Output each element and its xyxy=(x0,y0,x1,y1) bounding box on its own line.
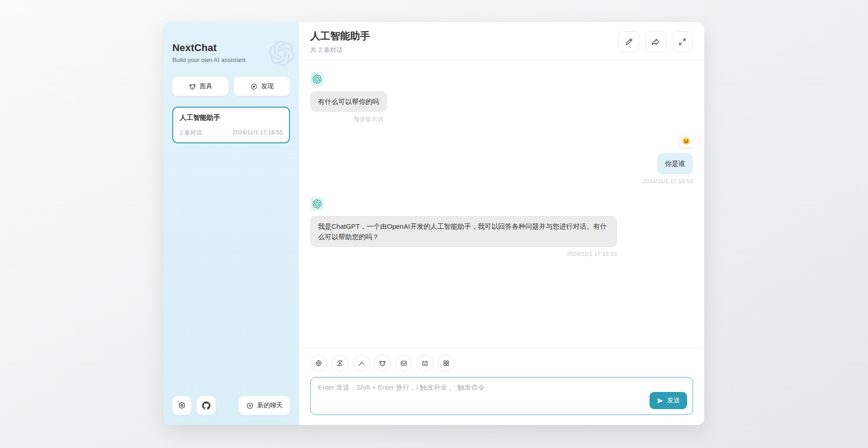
auto-theme-icon xyxy=(336,359,344,367)
paper-plane-icon xyxy=(657,397,664,404)
masks-toolbar-button[interactable] xyxy=(374,355,391,372)
send-button-label: 发送 xyxy=(667,396,680,405)
assistant-avatar xyxy=(310,197,324,211)
fullscreen-icon xyxy=(678,38,687,46)
chat-title: 人工智能助手 xyxy=(310,29,370,43)
assistant-bubble[interactable]: 我是ChatGPT，一个由OpenAI开发的人工智能助手，我可以回答各种问题并与… xyxy=(310,216,617,247)
rename-button[interactable] xyxy=(618,31,640,52)
discover-button[interactable]: 发现 xyxy=(234,77,290,96)
new-chat-button-label: 新的聊天 xyxy=(257,401,283,410)
assistant-message-wrap: 有什么可以帮你的吗 预设提示词 xyxy=(310,91,387,123)
chat-header-text: 人工智能助手 共 2 条对话 xyxy=(310,29,370,54)
sidebar-footer-left xyxy=(172,396,216,415)
user-message-time: 2024/11/1 17:18:53 xyxy=(643,178,693,184)
clear-context-icon xyxy=(400,359,408,367)
smiley-emoji-icon xyxy=(682,137,691,146)
grid-icon xyxy=(442,359,450,367)
user-avatar xyxy=(679,134,693,148)
sidebar: NextChat Build your own AI assistant. 面具 xyxy=(163,22,299,425)
shortcuts-button[interactable] xyxy=(438,355,455,372)
robot-icon xyxy=(421,359,429,367)
chat-item-title: 人工智能助手 xyxy=(180,113,283,122)
user-message: 你是谁 2024/11/1 17:18:53 xyxy=(310,134,693,184)
prompts-button[interactable] xyxy=(353,355,370,372)
masks-button-label: 面具 xyxy=(200,82,213,90)
chat-item-info: 2 条对话 2024/11/1 17:18:55 xyxy=(180,129,283,137)
github-icon xyxy=(202,401,210,410)
user-message-wrap: 你是谁 2024/11/1 17:18:53 xyxy=(643,153,693,184)
settings-button[interactable] xyxy=(172,396,191,415)
assistant-avatar xyxy=(310,72,324,86)
edit-pencil-icon xyxy=(625,38,633,46)
assistant-message-wrap: 我是ChatGPT，一个由OpenAI开发的人工智能助手，我可以回答各种问题并与… xyxy=(310,216,617,258)
settings-icon xyxy=(178,401,186,410)
theme-toggle-button[interactable] xyxy=(332,355,348,372)
chat-item-count: 2 条对话 xyxy=(180,129,202,137)
chat-main: 人工智能助手 共 2 条对话 xyxy=(299,22,704,425)
mask-icon xyxy=(189,83,196,90)
magic-wand-icon xyxy=(357,359,365,367)
chat-settings-button[interactable] xyxy=(310,355,327,372)
sidebar-footer: 新的聊天 xyxy=(172,396,290,415)
chat-list: 人工智能助手 2 条对话 2024/11/1 17:18:55 xyxy=(172,107,290,143)
fullscreen-button[interactable] xyxy=(672,31,693,52)
assistant-message-time: 2024/11/1 17:18:53 xyxy=(567,250,617,257)
chat-input[interactable] xyxy=(310,377,693,415)
chat-subtitle: 共 2 条对话 xyxy=(310,46,370,54)
openai-logo-icon xyxy=(313,199,322,208)
chat-header-actions xyxy=(618,31,693,52)
model-select-button[interactable] xyxy=(417,355,433,372)
openai-logo-watermark-icon xyxy=(269,41,294,66)
circle-plus-icon xyxy=(246,402,254,410)
discover-button-label: 发现 xyxy=(261,82,274,90)
new-chat-button[interactable]: 新的聊天 xyxy=(239,396,290,415)
github-button[interactable] xyxy=(197,396,216,415)
chat-item-time: 2024/11/1 17:18:55 xyxy=(232,129,283,137)
share-icon xyxy=(651,38,660,46)
sidebar-actions: 面具 发现 xyxy=(172,77,290,96)
mask-icon xyxy=(379,359,386,367)
compass-icon xyxy=(250,83,258,90)
chat-body: 有什么可以帮你的吗 预设提示词 xyxy=(299,61,704,348)
masks-button[interactable]: 面具 xyxy=(172,77,228,96)
chat-list-item-selected[interactable]: 人工智能助手 2 条对话 2024/11/1 17:18:55 xyxy=(172,107,290,143)
openai-logo-icon xyxy=(313,75,322,84)
preset-prompt-hint[interactable]: 预设提示词 xyxy=(354,115,387,123)
assistant-message: 我是ChatGPT，一个由OpenAI开发的人工智能助手，我可以回答各种问题并与… xyxy=(310,197,693,258)
send-button[interactable]: 发送 xyxy=(650,392,687,409)
app-window: NextChat Build your own AI assistant. 面具 xyxy=(163,22,704,425)
share-button[interactable] xyxy=(645,31,666,52)
input-panel: 发送 xyxy=(299,348,704,425)
user-bubble[interactable]: 你是谁 xyxy=(657,153,693,174)
assistant-message: 有什么可以帮你的吗 预设提示词 xyxy=(310,72,693,123)
input-wrap: 发送 xyxy=(310,377,693,415)
input-toolbar xyxy=(310,355,693,372)
assistant-bubble[interactable]: 有什么可以帮你的吗 xyxy=(310,91,387,112)
clear-context-button[interactable] xyxy=(395,355,412,372)
gear-icon xyxy=(315,359,323,367)
chat-header: 人工智能助手 共 2 条对话 xyxy=(299,22,704,61)
